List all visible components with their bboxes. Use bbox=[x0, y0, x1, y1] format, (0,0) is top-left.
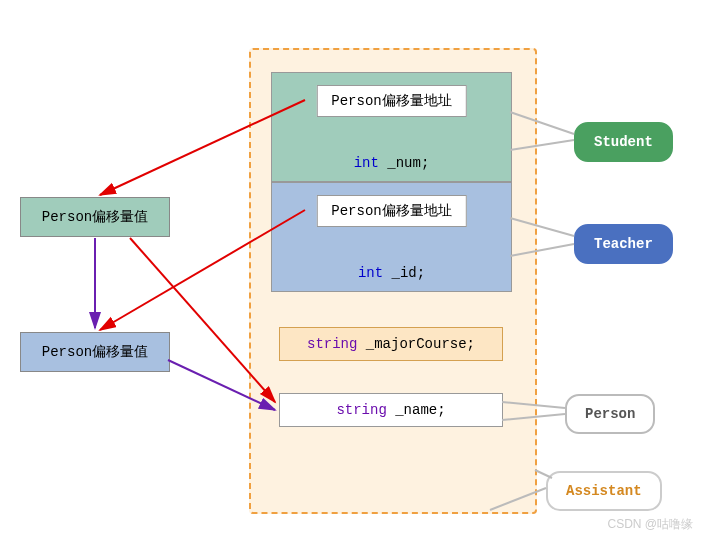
member-name: _name; bbox=[395, 402, 445, 418]
teacher-block: Person偏移量地址 int _id; bbox=[271, 182, 512, 292]
teacher-offset-addr-label: Person偏移量地址 bbox=[316, 195, 466, 227]
member-name: _majorCourse; bbox=[366, 336, 475, 352]
type-keyword: int bbox=[358, 265, 392, 281]
student-callout: Student bbox=[574, 122, 673, 162]
assistant-callout: Assistant bbox=[546, 471, 662, 511]
person-callout: Person bbox=[565, 394, 655, 434]
type-keyword: int bbox=[354, 155, 388, 171]
member-name: _num; bbox=[387, 155, 429, 171]
offset-value-green: Person偏移量值 bbox=[20, 197, 170, 237]
member-name: _id; bbox=[392, 265, 426, 281]
student-member: int _num; bbox=[272, 155, 511, 171]
person-name-member: string _name; bbox=[279, 393, 503, 427]
type-keyword: string bbox=[307, 336, 366, 352]
teacher-callout: Teacher bbox=[574, 224, 673, 264]
teacher-member: int _id; bbox=[272, 265, 511, 281]
major-course-member: string _majorCourse; bbox=[279, 327, 503, 361]
student-block: Person偏移量地址 int _num; bbox=[271, 72, 512, 182]
watermark: CSDN @咕噜缘 bbox=[607, 516, 693, 533]
offset-value-blue: Person偏移量值 bbox=[20, 332, 170, 372]
type-keyword: string bbox=[336, 402, 395, 418]
student-offset-addr-label: Person偏移量地址 bbox=[316, 85, 466, 117]
